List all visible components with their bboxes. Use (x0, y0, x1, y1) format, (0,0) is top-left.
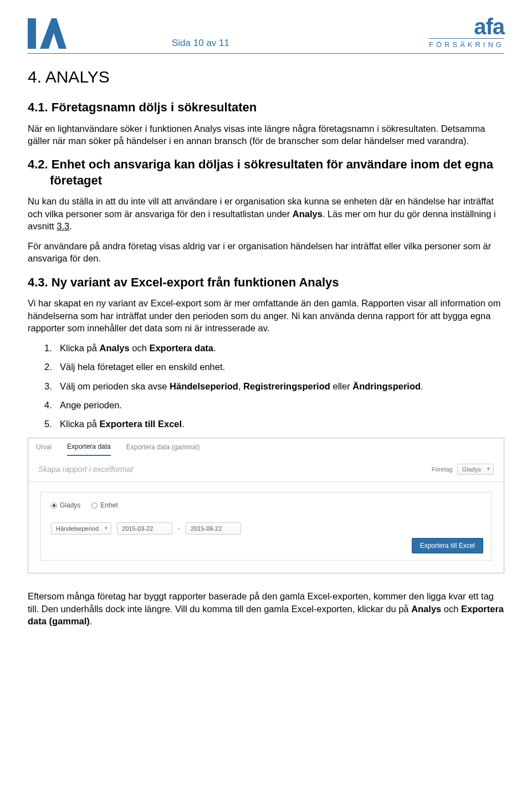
paragraph: Nu kan du ställa in att du inte vill att… (28, 195, 504, 232)
text: . (69, 221, 72, 231)
heading-4-1: 4.1. Företagsnamn döljs i sökresultaten (28, 100, 504, 116)
text: Klicka på (60, 343, 100, 353)
svg-rect-0 (28, 18, 36, 49)
radio-enhet[interactable]: Enhet (91, 501, 117, 509)
text: . (213, 343, 216, 353)
text: och (130, 343, 150, 353)
heading-analys: 4. ANALYS (28, 68, 504, 86)
screenshot-subheader: Skapa rapport i excelformat Företag Glad… (28, 456, 504, 482)
screenshot-tabs: Urval Exportera data Exportera data (gam… (28, 438, 504, 456)
list-number: 3. (44, 380, 52, 392)
list-item: 1. Klicka på Analys och Exportera data. (44, 342, 504, 354)
text-bold: Analys (411, 604, 441, 614)
list-item: 3. Välj om perioden ska avse Händelseper… (44, 380, 504, 392)
numbered-list: 1. Klicka på Analys och Exportera data. … (28, 342, 504, 430)
date-separator: - (178, 525, 180, 532)
radio-checked-icon (51, 502, 57, 509)
paragraph: Eftersom många företag har byggt rapport… (28, 590, 504, 627)
company-label: Företag (432, 466, 453, 473)
tab-urval[interactable]: Urval (36, 443, 52, 455)
afa-logo-subtext: FÖRSÄKRING (429, 38, 504, 49)
tab-exportera-data[interactable]: Exportera data (67, 443, 111, 456)
text: , (238, 381, 243, 391)
text-bold: Ändringsperiod (352, 381, 421, 391)
text-bold: Analys (100, 343, 130, 353)
text: Välj om perioden ska avse (60, 381, 170, 391)
text: . (421, 381, 423, 391)
header-left: Sida 10 av 11 (28, 18, 229, 49)
period-type-dropdown[interactable]: Händelseperiod (51, 522, 111, 535)
heading-4-2: 4.2. Enhet och ansvariga kan döljas i sö… (28, 157, 504, 188)
text-bold: Registreringsperiod (243, 381, 330, 391)
list-item: 5. Klicka på Exportera till Excel. (44, 418, 504, 430)
date-to-input[interactable]: 2015-09-22 (186, 522, 241, 535)
list-item: 2. Välj hela företaget eller en enskild … (44, 361, 504, 373)
text-bold: Exportera data (149, 343, 213, 353)
screenshot-body: Gladys Enhet Händelseperiod 2015-03-22 -… (28, 482, 504, 573)
text: . (182, 419, 185, 429)
list-number: 2. (44, 361, 52, 373)
list-number: 1. (44, 342, 52, 354)
screenshot-title: Skapa rapport i excelformat (38, 465, 133, 474)
paragraph: När en lightanvändare söker i funktionen… (28, 122, 504, 147)
ia-logo-icon (28, 18, 66, 49)
company-selector: Företag Gladys (432, 464, 494, 475)
text-bold: Analys (293, 209, 323, 219)
period-controls: Händelseperiod 2015-03-22 - 2015-09-22 (51, 522, 481, 535)
company-dropdown[interactable]: Gladys (457, 464, 494, 475)
page-number: Sida 10 av 11 (172, 38, 229, 49)
paragraph: Vi har skapat en ny variant av Excel-exp… (28, 297, 504, 334)
radio-unchecked-icon (91, 502, 98, 509)
radio-label: Enhet (100, 501, 117, 509)
screenshot-panel: Gladys Enhet Händelseperiod 2015-03-22 -… (40, 492, 492, 561)
text: Ange perioden. (60, 400, 122, 410)
radio-label: Gladys (60, 501, 80, 509)
text: Klicka på (60, 419, 100, 429)
page-header: Sida 10 av 11 afa FÖRSÄKRING (28, 17, 504, 54)
text: Välj hela företaget eller en enskild enh… (60, 362, 225, 372)
text-bold: Händelseperiod (170, 381, 238, 391)
text: och (441, 604, 461, 614)
paragraph: För användare på andra företag visas ald… (28, 240, 504, 265)
export-to-excel-button[interactable]: Exportera till Excel (412, 538, 483, 553)
cross-reference-link[interactable]: 3.3 (57, 221, 69, 231)
list-item: 4. Ange perioden. (44, 399, 504, 411)
text: eller (330, 381, 352, 391)
list-number: 4. (44, 399, 52, 411)
list-number: 5. (44, 418, 52, 430)
text: . (90, 616, 93, 626)
radio-gladys[interactable]: Gladys (51, 501, 80, 509)
heading-4-3: 4.3. Ny variant av Excel-export från fun… (28, 275, 504, 291)
date-from-input[interactable]: 2015-03-22 (117, 522, 172, 535)
embedded-screenshot: Urval Exportera data Exportera data (gam… (28, 438, 504, 573)
scope-radio-group: Gladys Enhet (51, 501, 481, 509)
tab-exportera-data-gammal[interactable]: Exportera data (gammal) (126, 443, 200, 455)
afa-logo-text: afa (429, 17, 504, 37)
text-bold: Exportera till Excel (100, 419, 182, 429)
afa-logo: afa FÖRSÄKRING (429, 17, 504, 49)
